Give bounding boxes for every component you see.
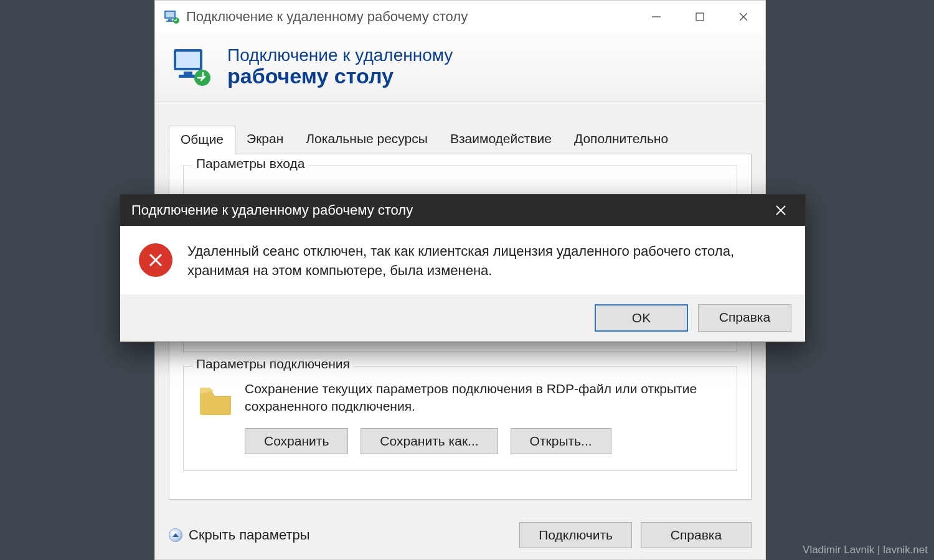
connection-buttons: Сохранить Сохранить как... Открыть... (245, 428, 723, 454)
rdp-banner-icon (170, 45, 214, 89)
close-button[interactable] (722, 1, 765, 33)
rdp-app-icon (164, 10, 180, 24)
connection-settings-content: Сохранение текущих параметров подключени… (245, 380, 723, 454)
collapse-arrow-icon (169, 528, 182, 542)
tab-display[interactable]: Экран (235, 126, 295, 154)
svg-rect-2 (168, 19, 172, 21)
save-button[interactable]: Сохранить (245, 428, 348, 454)
window-controls (634, 1, 765, 33)
maximize-button[interactable] (678, 1, 722, 33)
dialog-close-button[interactable] (768, 205, 794, 216)
dialog-help-button[interactable]: Справка (698, 304, 791, 332)
svg-rect-7 (176, 52, 200, 68)
dialog-title: Подключение к удаленному рабочему столу (131, 202, 768, 218)
minimize-button[interactable] (634, 1, 678, 33)
svg-rect-3 (166, 21, 174, 22)
tab-general[interactable]: Общие (169, 126, 235, 154)
banner-line1: Подключение к удаленному (227, 45, 453, 65)
watermark: Vladimir Lavnik | lavnik.net (803, 544, 928, 556)
window-footer: Скрыть параметры Подключить Справка (155, 511, 765, 559)
dialog-body: Удаленный сеанс отключен, так как клиент… (120, 226, 805, 294)
dialog-message: Удаленный сеанс отключен, так как клиент… (187, 242, 786, 281)
help-button[interactable]: Справка (641, 522, 752, 548)
connect-button[interactable]: Подключить (519, 522, 632, 548)
svg-rect-1 (166, 12, 174, 17)
tab-strip: Общие Экран Локальные ресурсы Взаимодейс… (169, 126, 752, 154)
hide-options-label: Скрыть параметры (189, 527, 310, 543)
banner: Подключение к удаленному рабочему столу (155, 33, 765, 101)
connection-settings-legend: Параметры подключения (192, 357, 354, 371)
error-dialog: Подключение к удаленному рабочему столу … (120, 194, 806, 342)
tab-local-res[interactable]: Локальные ресурсы (295, 126, 439, 154)
login-settings-legend: Параметры входа (192, 156, 308, 171)
titlebar: Подключение к удаленному рабочему столу (155, 1, 765, 33)
svg-rect-8 (184, 72, 192, 75)
folder-icon (197, 381, 234, 418)
connection-settings-desc: Сохранение текущих параметров подключени… (245, 380, 723, 416)
banner-line2: рабочему столу (227, 64, 453, 88)
dialog-ok-button[interactable]: OK (595, 304, 688, 332)
save-as-button[interactable]: Сохранить как... (361, 428, 498, 454)
error-icon (139, 243, 172, 277)
open-button[interactable]: Открыть... (511, 428, 611, 454)
svg-rect-5 (696, 13, 704, 21)
tab-advanced[interactable]: Дополнительно (563, 126, 679, 154)
hide-options-toggle[interactable]: Скрыть параметры (169, 527, 310, 543)
tab-experience[interactable]: Взаимодействие (439, 126, 563, 154)
banner-text: Подключение к удаленному рабочему столу (227, 45, 453, 88)
dialog-titlebar: Подключение к удаленному рабочему столу (120, 195, 805, 226)
dialog-footer: OK Справка (120, 294, 805, 342)
window-title: Подключение к удаленному рабочему столу (186, 9, 634, 25)
connection-settings-group: Параметры подключения Сохранение текущих… (183, 366, 737, 471)
